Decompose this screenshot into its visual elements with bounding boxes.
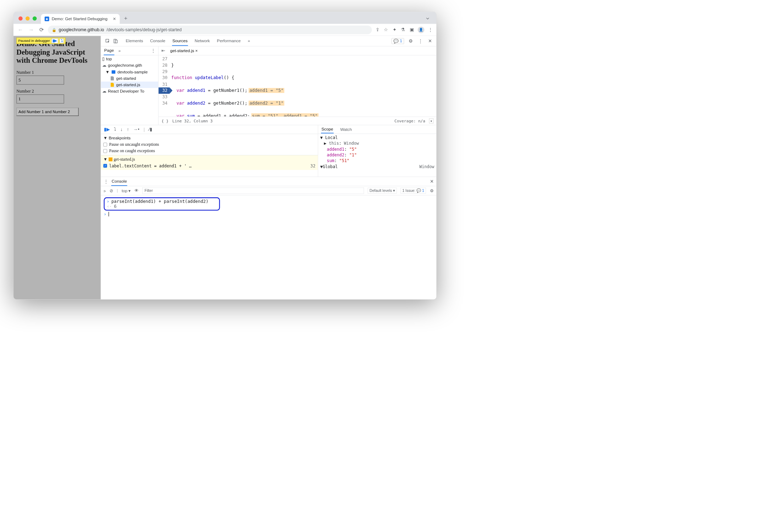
svg-rect-2 xyxy=(115,40,117,43)
labs-icon[interactable]: ⚗ xyxy=(400,26,406,33)
drawer-tab-console[interactable]: Console xyxy=(111,177,127,186)
breakpoints-header[interactable]: ▼ Breakpoints xyxy=(103,135,315,141)
messages-badge[interactable]: 💬 1 xyxy=(392,38,404,44)
navigator-menu-icon[interactable]: ⋮ xyxy=(151,48,155,53)
log-levels[interactable]: Default levels ▾ xyxy=(368,188,397,193)
issues-badge[interactable]: 1 Issue: 💬 1 xyxy=(400,188,426,193)
window-maximize-button[interactable] xyxy=(33,16,37,21)
number-1-input[interactable] xyxy=(16,76,64,85)
console-settings-icon[interactable]: ⚙ xyxy=(430,188,434,193)
more-icon[interactable]: ⋮ xyxy=(417,38,424,44)
live-expression-icon[interactable]: 👁 xyxy=(134,188,139,193)
bookmark-icon[interactable]: ☆ xyxy=(383,26,389,33)
new-tab-button[interactable]: ＋ xyxy=(123,15,128,22)
tab-watch[interactable]: Watch xyxy=(340,126,352,133)
tab-close-icon[interactable]: ✕ xyxy=(113,17,116,21)
more-tabs-icon[interactable]: » xyxy=(247,36,250,46)
tree-top[interactable]: ▯top xyxy=(101,55,158,62)
toggle-nav-icon[interactable]: ⇤ xyxy=(161,48,166,53)
scope-pane: Scope Watch ▼ Local ▶ this: Window adden… xyxy=(318,125,436,177)
devtools-main-toolbar: Elements Console Sources Network Perform… xyxy=(101,36,436,46)
debugger-pane: ▮▶ ⤵ ↓ ↑ →• | ⁄▮ ▼ Breakpoints Pause on … xyxy=(101,125,318,177)
device-icon[interactable] xyxy=(112,39,119,43)
scope-addend1: addend1: "5" xyxy=(320,146,435,152)
tab-elements[interactable]: Elements xyxy=(125,36,143,46)
tree-extension[interactable]: ☁React Developer To xyxy=(101,88,158,95)
tree-file-html[interactable]: get-started xyxy=(101,75,158,82)
label-number-2: Number 2 xyxy=(16,89,98,94)
tab-sources[interactable]: Sources xyxy=(172,36,188,46)
navigator-more-icon[interactable]: » xyxy=(118,48,121,53)
tree-domain[interactable]: ☁googlechrome.gith xyxy=(101,62,158,69)
add-button[interactable]: Add Number 1 and Number 2 xyxy=(16,107,79,116)
panel-icon[interactable]: ▣ xyxy=(409,26,415,33)
tab-scope[interactable]: Scope xyxy=(321,126,334,133)
editor-tab-close-icon[interactable]: × xyxy=(195,48,198,53)
tabs-menu-icon[interactable] xyxy=(426,16,430,21)
deactivate-bp-icon[interactable]: ⁄▮ xyxy=(149,127,152,132)
tab-network[interactable]: Network xyxy=(194,36,210,46)
console-prompt[interactable]: › xyxy=(104,212,434,217)
url-path: /devtools-samples/debug-js/get-started xyxy=(106,27,182,32)
console-drawer: ⋮ Console ✕ ▹ ⊘ | top ▾ 👁 Filter Default… xyxy=(101,177,436,299)
scope-this[interactable]: ▶ this: Window xyxy=(320,140,435,146)
drawer-menu-icon[interactable]: ⋮ xyxy=(104,179,108,184)
window-close-button[interactable] xyxy=(18,16,23,21)
resume-icon[interactable]: ▮▶ xyxy=(51,38,58,43)
reload-button[interactable]: ⟳ xyxy=(38,26,45,34)
inspect-icon[interactable] xyxy=(105,39,111,43)
paused-debugger-badge: Paused in debugger ▮▶ ⤵ xyxy=(16,38,66,44)
step-icon[interactable]: ⤵ xyxy=(60,39,64,43)
browser-tab[interactable]: ◆ Demo: Get Started Debugging ✕ xyxy=(41,14,120,24)
browser-toolbar: ← → ⟳ 🔒 googlechrome.github.io/devtools-… xyxy=(13,24,436,36)
pause-uncaught[interactable]: Pause on uncaught exceptions xyxy=(103,141,315,148)
number-2-input[interactable] xyxy=(16,94,64,104)
tab-title: Demo: Get Started Debugging xyxy=(52,17,107,21)
bp-line[interactable]: ✓ label.textContent = addend1 + ' …32 xyxy=(103,162,315,169)
tree-folder[interactable]: ▼devtools-sample xyxy=(101,69,158,75)
url-host: googlechrome.github.io xyxy=(59,27,104,32)
devtools-panel: Elements Console Sources Network Perform… xyxy=(101,36,437,299)
console-input-line: ›parseInt(addend1) + parseInt(addend2) xyxy=(107,199,217,204)
scope-addend2: addend2: "1" xyxy=(320,152,435,158)
label-number-1: Number 1 xyxy=(16,70,98,75)
console-highlight: ›parseInt(addend1) + parseInt(addend2) ‹… xyxy=(104,197,220,210)
source-code[interactable]: } function updateLabel() { var addend1 =… xyxy=(170,55,436,117)
scope-sum: sum: "51" xyxy=(320,158,435,164)
step-icon[interactable]: →• xyxy=(133,127,139,132)
resume-button[interactable]: ▮▶ xyxy=(104,127,110,132)
tab-performance[interactable]: Performance xyxy=(216,36,241,46)
clear-console-icon[interactable]: ⊘ xyxy=(110,188,113,193)
editor-tab[interactable]: get-started.js × xyxy=(168,47,200,54)
share-icon[interactable]: ⇪ xyxy=(375,26,380,33)
step-out-icon[interactable]: ↑ xyxy=(127,127,129,132)
back-button[interactable]: ← xyxy=(16,26,24,34)
pause-caught[interactable]: Pause on caught exceptions xyxy=(103,148,315,154)
drawer-close-icon[interactable]: ✕ xyxy=(430,179,434,184)
settings-icon[interactable]: ⚙ xyxy=(408,38,414,44)
console-filter-input[interactable]: Filter xyxy=(142,188,364,194)
gutter[interactable]: 27 28 29 30 31 32 33 34 xyxy=(159,55,170,117)
console-output-line: ‹·6 xyxy=(107,204,217,209)
show-sidebar-icon[interactable]: ▹ xyxy=(104,188,106,193)
scope-local[interactable]: ▼ Local xyxy=(320,135,435,140)
context-selector[interactable]: top ▾ xyxy=(122,188,131,193)
step-over-icon[interactable]: ⤵ xyxy=(114,127,116,132)
source-editor: ⇤ get-started.js × 27 28 29 30 31 32 33 … xyxy=(159,46,436,125)
tree-file-js[interactable]: get-started.js xyxy=(101,82,158,88)
scope-global[interactable]: ▼ GlobalWindow xyxy=(320,164,435,170)
forward-button[interactable]: → xyxy=(27,26,35,34)
menu-icon[interactable]: ⋮ xyxy=(427,26,434,33)
editor-status: { } Line 32, Column 3 Coverage: n/a ▾ xyxy=(159,117,436,125)
close-devtools-icon[interactable]: ✕ xyxy=(427,38,433,44)
profile-avatar[interactable]: 👤 xyxy=(418,27,425,33)
window-minimize-button[interactable] xyxy=(26,16,30,21)
bp-file-header[interactable]: ▼ get-started.js xyxy=(103,156,315,162)
tab-console[interactable]: Console xyxy=(150,36,166,46)
favicon-icon: ◆ xyxy=(45,17,49,21)
browser-tab-strip: ◆ Demo: Get Started Debugging ✕ ＋ xyxy=(13,12,436,24)
step-into-icon[interactable]: ↓ xyxy=(120,127,122,132)
extensions-icon[interactable]: ✦ xyxy=(392,26,397,33)
address-bar[interactable]: 🔒 googlechrome.github.io/devtools-sample… xyxy=(48,26,372,34)
navigator-tab-page[interactable]: Page xyxy=(104,46,115,55)
